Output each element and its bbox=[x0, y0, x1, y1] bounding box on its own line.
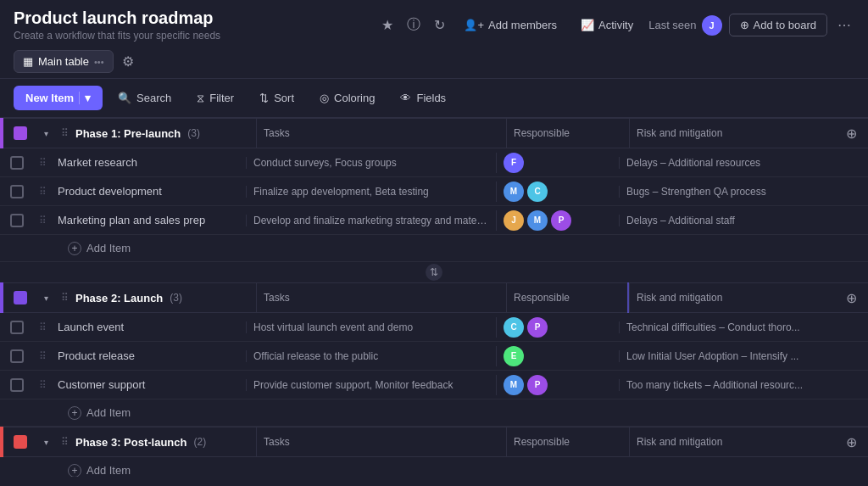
group-phase1: ▾ ⠿ Phase 1: Pre-launch (3) Tasks Respon… bbox=[0, 118, 868, 262]
table-row: ⠿ Product release Official release to th… bbox=[0, 342, 868, 371]
search-button[interactable]: 🔍 Search bbox=[108, 87, 181, 109]
table-row: ⠿ Product development Finalize app devel… bbox=[0, 177, 868, 206]
group-drag-handle[interactable]: ⠿ bbox=[61, 127, 69, 139]
table-row: ⠿ Market research Conduct surveys, Focus… bbox=[0, 148, 868, 177]
coloring-button[interactable]: ◎ Coloring bbox=[309, 87, 385, 109]
col-tasks-header: Tasks bbox=[256, 427, 506, 457]
group-checkbox[interactable] bbox=[3, 126, 37, 140]
group-name: Phase 1: Pre-launch bbox=[75, 127, 181, 140]
group-header-phase1: ▾ ⠿ Phase 1: Pre-launch (3) Tasks Respon… bbox=[0, 118, 868, 148]
row-risk: Technical difficulties – Conduct thoro..… bbox=[619, 321, 868, 333]
row-risk: Too many tickets – Additional resourc... bbox=[619, 379, 868, 391]
row-checkbox[interactable] bbox=[0, 321, 34, 334]
add-item-button[interactable]: + Add Item bbox=[0, 457, 868, 477]
group-header-phase2: ▾ ⠿ Phase 2: Launch (3) Tasks Responsibl… bbox=[0, 282, 868, 313]
row-drag-handle[interactable]: ⠿ bbox=[34, 321, 51, 333]
search-icon: 🔍 bbox=[118, 92, 131, 104]
add-item-button[interactable]: + Add Item bbox=[0, 399, 868, 427]
table-icon: ▦ bbox=[23, 55, 33, 68]
row-responsible: MC bbox=[496, 182, 619, 202]
group-checkbox[interactable] bbox=[3, 291, 37, 304]
avatar: M bbox=[527, 210, 548, 231]
checkbox[interactable] bbox=[10, 378, 24, 392]
row-risk: Delays – Additional resources bbox=[619, 157, 868, 169]
star-button[interactable]: ★ bbox=[378, 14, 397, 36]
checkbox[interactable] bbox=[10, 156, 24, 170]
table-row: ⠿ Launch event Host virtual launch event… bbox=[0, 313, 868, 342]
row-tasks: Provide customer support, Monitor feedba… bbox=[246, 379, 496, 391]
more-options-button[interactable]: ⋯ bbox=[834, 14, 854, 36]
toolbar: ▦ Main table ••• ⚙ bbox=[0, 45, 868, 79]
col-risk-header: Risk and mitigation ⊕ bbox=[629, 282, 868, 313]
scroll-swap-icon: ⇅ bbox=[0, 262, 868, 282]
row-tasks: Official release to the public bbox=[246, 350, 496, 362]
group-drag-handle[interactable]: ⠿ bbox=[61, 436, 69, 448]
row-drag-handle[interactable]: ⠿ bbox=[34, 350, 51, 362]
new-item-caret[interactable]: ▾ bbox=[79, 92, 91, 104]
group-name: Phase 2: Launch bbox=[75, 292, 163, 304]
row-drag-handle[interactable]: ⠿ bbox=[34, 379, 51, 391]
group-expand-btn[interactable]: ▾ bbox=[37, 129, 54, 138]
main-table-tab[interactable]: ▦ Main table ••• bbox=[14, 50, 114, 73]
avatar: M bbox=[504, 375, 524, 395]
group-name: Phase 3: Post-launch bbox=[75, 436, 186, 449]
row-name: Market research bbox=[51, 156, 246, 169]
row-drag-handle[interactable]: ⠿ bbox=[34, 157, 51, 169]
fields-button[interactable]: 👁 Fields bbox=[390, 87, 456, 109]
row-checkbox[interactable] bbox=[0, 185, 34, 198]
add-item-button[interactable]: + Add Item bbox=[0, 235, 868, 262]
row-risk: Bugs – Strengthen QA process bbox=[619, 186, 868, 198]
row-risk: Delays – Additional staff bbox=[619, 215, 868, 226]
row-tasks: Finalize app development, Beta testing bbox=[246, 186, 496, 198]
add-column-button[interactable]: ⊕ bbox=[841, 288, 861, 308]
add-to-board-button[interactable]: ⊕ Add to board bbox=[729, 14, 827, 36]
group-phase3: ▾ ⠿ Phase 3: Post-launch (2) Tasks Respo… bbox=[0, 427, 868, 477]
row-drag-handle[interactable]: ⠿ bbox=[34, 215, 51, 226]
group-title-area: ⠿ Phase 2: Launch (3) bbox=[54, 292, 256, 304]
add-members-button[interactable]: 👤+ Add members bbox=[455, 14, 565, 36]
new-item-button[interactable]: New Item ▾ bbox=[14, 86, 103, 110]
row-name: Launch event bbox=[51, 321, 246, 333]
plus-icon: + bbox=[68, 242, 81, 255]
row-checkbox[interactable] bbox=[0, 156, 34, 170]
row-checkbox[interactable] bbox=[0, 349, 34, 363]
info-button[interactable]: ⓘ bbox=[403, 13, 424, 37]
last-seen-section: Last seen J bbox=[648, 15, 721, 36]
row-checkbox[interactable] bbox=[0, 214, 34, 227]
table-row: ⠿ Customer support Provide customer supp… bbox=[0, 371, 868, 399]
header: Product launch roadmap Create a workflow… bbox=[0, 0, 868, 45]
row-drag-handle[interactable]: ⠿ bbox=[34, 186, 51, 198]
refresh-button[interactable]: ↻ bbox=[431, 14, 448, 36]
filter-icon: ⧖ bbox=[197, 92, 204, 105]
row-responsible: JMP bbox=[496, 210, 619, 231]
avatar: C bbox=[527, 182, 548, 202]
checkbox[interactable] bbox=[10, 185, 24, 198]
sort-button[interactable]: ⇅ Sort bbox=[249, 87, 304, 109]
group-drag-handle[interactable]: ⠿ bbox=[61, 292, 69, 304]
row-checkbox[interactable] bbox=[0, 378, 34, 392]
group-expand-btn[interactable]: ▾ bbox=[37, 293, 54, 303]
row-name: Product release bbox=[51, 349, 246, 362]
gear-button[interactable]: ⚙ bbox=[119, 50, 137, 73]
filter-button[interactable]: ⧖ Filter bbox=[186, 87, 244, 110]
page-subtitle: Create a workflow that fits your specifi… bbox=[14, 30, 378, 42]
group-count: (3) bbox=[187, 127, 200, 139]
row-name: Marketing plan and sales prep bbox=[51, 214, 246, 226]
resize-divider bbox=[627, 282, 629, 313]
coloring-icon: ◎ bbox=[320, 92, 329, 104]
add-column-button[interactable]: ⊕ bbox=[841, 123, 861, 143]
table-container: ▾ ⠿ Phase 1: Pre-launch (3) Tasks Respon… bbox=[0, 118, 868, 477]
group-expand-btn[interactable]: ▾ bbox=[37, 438, 54, 447]
group-checkbox[interactable] bbox=[3, 435, 37, 449]
add-item-label: Add Item bbox=[86, 242, 131, 254]
avatar: M bbox=[504, 182, 524, 202]
checkbox[interactable] bbox=[10, 349, 24, 363]
activity-button[interactable]: 📈 Activity bbox=[572, 14, 642, 36]
checkbox[interactable] bbox=[10, 214, 24, 227]
avatar: C bbox=[504, 317, 524, 338]
col-tasks-header: Tasks bbox=[256, 118, 506, 148]
add-column-button[interactable]: ⊕ bbox=[841, 432, 861, 452]
group-header-phase3: ▾ ⠿ Phase 3: Post-launch (2) Tasks Respo… bbox=[0, 427, 868, 457]
checkbox[interactable] bbox=[10, 321, 24, 334]
avatar: P bbox=[551, 210, 571, 231]
